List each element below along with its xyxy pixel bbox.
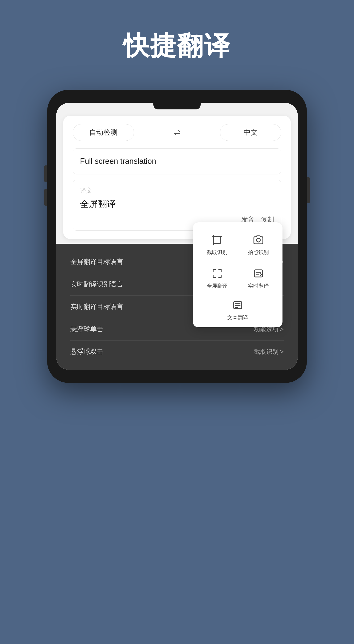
crop-icon — [210, 233, 224, 246]
phone-screen: 自动检测 ⇌ 中文 Full screen translation 译文 全屏翻… — [56, 103, 298, 370]
quick-action-crop[interactable]: 截取识别 — [197, 229, 236, 260]
settings-row-label: 悬浮球双击 — [70, 347, 103, 356]
settings-row-label: 全屏翻译目标语言 — [70, 257, 123, 266]
camera-icon — [252, 233, 265, 246]
quick-action-camera-label: 拍照识别 — [248, 249, 269, 256]
settings-row-label: 悬浮球单击 — [70, 325, 103, 334]
quick-action-text[interactable]: 文本翻译 — [197, 296, 278, 322]
settings-row-label: 实时翻译目标语言 — [70, 302, 123, 311]
target-language-button[interactable]: 中文 — [220, 124, 281, 141]
phone-frame: 自动检测 ⇌ 中文 Full screen translation 译文 全屏翻… — [47, 90, 307, 383]
result-label: 译文 — [80, 186, 274, 195]
svg-rect-0 — [214, 236, 221, 244]
language-selector-row: 自动检测 ⇌ 中文 — [73, 124, 281, 141]
page-title: 快捷翻译 — [0, 0, 354, 64]
quick-action-fullscreen-label: 全屏翻译 — [207, 282, 227, 290]
quick-action-realtime-label: 实时翻译 — [248, 282, 269, 290]
quick-action-camera[interactable]: 拍照识别 — [239, 229, 278, 260]
translator-card: 自动检测 ⇌ 中文 Full screen translation 译文 全屏翻… — [63, 116, 291, 239]
swap-language-icon[interactable]: ⇌ — [174, 128, 180, 138]
svg-rect-4 — [254, 270, 262, 277]
quick-action-crop-label: 截取识别 — [207, 249, 227, 256]
quick-actions-popup: 截取识别 拍照识别 — [193, 222, 283, 327]
fullscreen-icon — [210, 267, 224, 280]
settings-row-float-double[interactable]: 悬浮球双击 截取识别 > — [70, 340, 284, 363]
phone-btn-volume-up — [44, 166, 47, 182]
translation-input[interactable]: Full screen translation — [73, 148, 281, 174]
phone-notch — [153, 103, 201, 110]
quick-action-text-label: 文本翻译 — [227, 314, 248, 321]
result-text: 全屏翻译 — [80, 198, 274, 210]
source-language-button[interactable]: 自动检测 — [73, 124, 134, 141]
settings-row-value: 截取识别 > — [254, 348, 284, 356]
phone-mockup: 自动检测 ⇌ 中文 Full screen translation 译文 全屏翻… — [47, 90, 307, 383]
phone-btn-power — [307, 177, 310, 203]
svg-point-3 — [257, 238, 260, 242]
text-icon — [231, 298, 244, 312]
realtime-icon — [252, 267, 265, 280]
settings-row-label: 实时翻译识别语言 — [70, 280, 123, 289]
quick-action-fullscreen[interactable]: 全屏翻译 — [197, 262, 236, 294]
phone-btn-volume-down — [44, 189, 47, 206]
quick-action-realtime[interactable]: 实时翻译 — [239, 262, 278, 294]
